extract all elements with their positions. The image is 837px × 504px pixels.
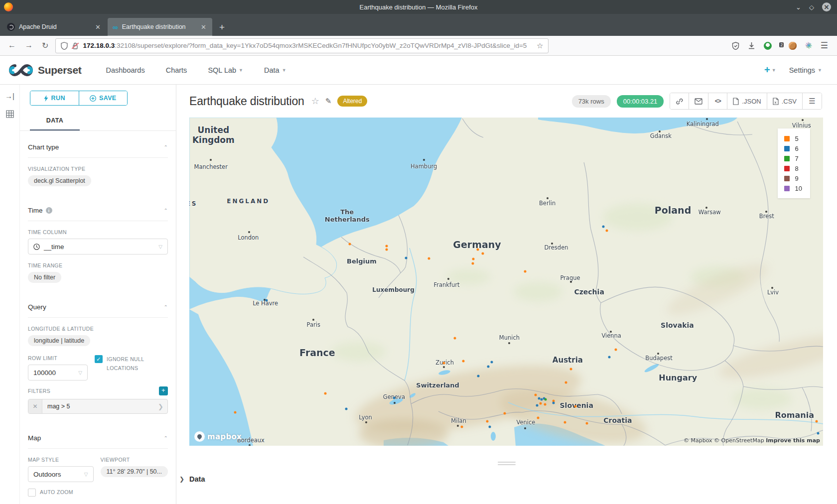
export-json-button[interactable]: .JSON: [727, 93, 767, 109]
earthquake-point[interactable]: [544, 403, 546, 405]
earthquake-point[interactable]: [348, 243, 351, 245]
earthquake-point[interactable]: [608, 356, 611, 359]
earthquake-point[interactable]: [564, 381, 567, 383]
container-extension-icon[interactable]: ✳: [805, 41, 812, 50]
data-panel-toggle[interactable]: ❯ Data: [179, 475, 837, 483]
favorite-star-icon[interactable]: ☆: [311, 96, 319, 107]
earthquake-point[interactable]: [488, 425, 491, 428]
earthquake-point[interactable]: [471, 262, 474, 265]
nav-menu-item[interactable]: Data▼: [254, 66, 297, 74]
earthquake-point[interactable]: [477, 375, 480, 377]
time-column-select[interactable]: __time ▽: [28, 239, 168, 254]
earthquake-point[interactable]: [443, 362, 445, 364]
menu-hamburger-icon[interactable]: ☰: [821, 40, 828, 51]
earthquake-point[interactable]: [615, 348, 617, 351]
earthquake-point[interactable]: [385, 248, 388, 251]
nav-menu-item[interactable]: Dashboards: [95, 66, 155, 74]
deckgl-scatterplot-map[interactable]: United KingdomENGLANDESThe NetherlandsBe…: [189, 118, 823, 446]
new-chart-button[interactable]: +▼: [764, 64, 776, 76]
superset-logo[interactable]: Superset: [8, 63, 81, 78]
reload-button[interactable]: ↻: [42, 41, 48, 50]
tracking-shield-icon[interactable]: [61, 42, 68, 50]
section-query[interactable]: Query⌃: [28, 297, 168, 318]
mapbox-logo[interactable]: mapbox: [194, 431, 242, 442]
earthquake-point[interactable]: [345, 408, 348, 410]
ignore-null-checkbox[interactable]: ✓: [95, 355, 103, 363]
improve-map-link[interactable]: Improve this map: [766, 437, 820, 444]
earthquake-point[interactable]: [602, 225, 604, 228]
earthquake-point[interactable]: [569, 368, 572, 370]
auto-zoom-checkbox[interactable]: [28, 489, 36, 497]
new-tab-button[interactable]: +: [213, 22, 231, 36]
earthquake-point[interactable]: [816, 420, 818, 423]
earthquake-point[interactable]: [266, 299, 268, 302]
earthquake-point[interactable]: [393, 396, 395, 399]
dataset-grid-icon[interactable]: [6, 110, 14, 118]
time-range-value[interactable]: No filter: [28, 272, 61, 283]
earthquake-point[interactable]: [574, 405, 576, 407]
earthquake-point[interactable]: [486, 420, 488, 423]
back-button[interactable]: ←: [8, 41, 16, 50]
copy-link-button[interactable]: [670, 93, 689, 109]
chevron-right-icon[interactable]: ❯: [158, 403, 167, 410]
edit-properties-icon[interactable]: ✎: [325, 97, 332, 106]
earthquake-point[interactable]: [606, 229, 608, 232]
window-close-button[interactable]: ✕: [822, 2, 831, 11]
earthquake-point[interactable]: [564, 421, 566, 424]
export-csv-button[interactable]: .CSV: [767, 93, 803, 109]
section-time[interactable]: Timei⌃: [28, 200, 168, 221]
section-chart-type[interactable]: Chart type⌃: [28, 137, 168, 158]
earthquake-point[interactable]: [460, 425, 463, 428]
address-bar[interactable]: 172.18.0.3:32108/superset/explore/?form_…: [55, 38, 549, 53]
chart-menu-button[interactable]: ☰: [803, 93, 822, 109]
earthquake-point[interactable]: [234, 411, 236, 413]
forward-button[interactable]: →: [25, 41, 33, 50]
downloads-icon[interactable]: [748, 42, 755, 50]
window-minimize-button[interactable]: ⌄: [796, 3, 801, 11]
window-maximize-button[interactable]: ◇: [809, 3, 814, 11]
attrib-osm-link[interactable]: © OpenStreetMap: [714, 437, 764, 444]
tab-close-icon[interactable]: ✕: [200, 23, 207, 31]
panel-resize-handle[interactable]: [498, 462, 516, 465]
filter-item[interactable]: ✕ mag > 5 ❯: [28, 399, 168, 414]
earthquake-point[interactable]: [537, 416, 539, 419]
map-style-select[interactable]: Outdoors ▽: [28, 466, 94, 482]
bookmark-star-icon[interactable]: ☆: [537, 41, 543, 50]
protections-shield-icon[interactable]: [732, 42, 739, 50]
remove-filter-icon[interactable]: ✕: [28, 399, 42, 413]
view-query-button[interactable]: <>: [708, 93, 727, 109]
nav-menu-item[interactable]: Charts: [155, 66, 198, 74]
earthquake-point[interactable]: [534, 393, 537, 396]
earthquake-point[interactable]: [504, 412, 506, 414]
tab-earthquake-distribution[interactable]: ∞ Earthquake distribution ✕: [108, 18, 212, 36]
attrib-mapbox-link[interactable]: © Mapbox: [684, 437, 712, 444]
earthquake-point[interactable]: [490, 361, 493, 363]
insecure-lock-icon[interactable]: [72, 42, 79, 50]
earthquake-point[interactable]: [324, 392, 327, 395]
section-map[interactable]: Map⌃: [28, 428, 168, 449]
run-button[interactable]: RUN: [30, 91, 79, 105]
tab-data[interactable]: DATA: [30, 113, 80, 130]
settings-menu[interactable]: Settings▼: [789, 66, 822, 74]
lonlat-value[interactable]: longitude | latitude: [28, 335, 90, 346]
earthquake-point[interactable]: [462, 360, 464, 362]
viewport-value[interactable]: 11° 28' 29.70" | 50...: [101, 466, 168, 477]
add-filter-button[interactable]: +: [159, 386, 168, 395]
earthquake-point[interactable]: [481, 252, 484, 254]
nav-menu-item[interactable]: SQL Lab▼: [197, 66, 254, 74]
tab-close-icon[interactable]: ✕: [94, 23, 102, 31]
earthquake-point[interactable]: [427, 257, 430, 259]
earthquake-point[interactable]: [476, 248, 479, 251]
viz-type-value[interactable]: deck.gl Scatterplot: [28, 175, 91, 186]
cookie-extension-icon[interactable]: [789, 42, 797, 50]
tab-apache-druid[interactable]: Apache Druid ✕: [2, 18, 107, 36]
earthquake-point[interactable]: [472, 258, 474, 260]
email-button[interactable]: [689, 93, 708, 109]
earthquake-point[interactable]: [524, 270, 527, 273]
earthquake-point[interactable]: [385, 245, 388, 247]
earthquake-point[interactable]: [405, 257, 408, 259]
earthquake-point[interactable]: [453, 337, 456, 339]
expand-datasource-panel-icon[interactable]: →|: [5, 92, 14, 100]
earthquake-point[interactable]: [487, 366, 490, 368]
earthquake-point[interactable]: [539, 402, 542, 404]
